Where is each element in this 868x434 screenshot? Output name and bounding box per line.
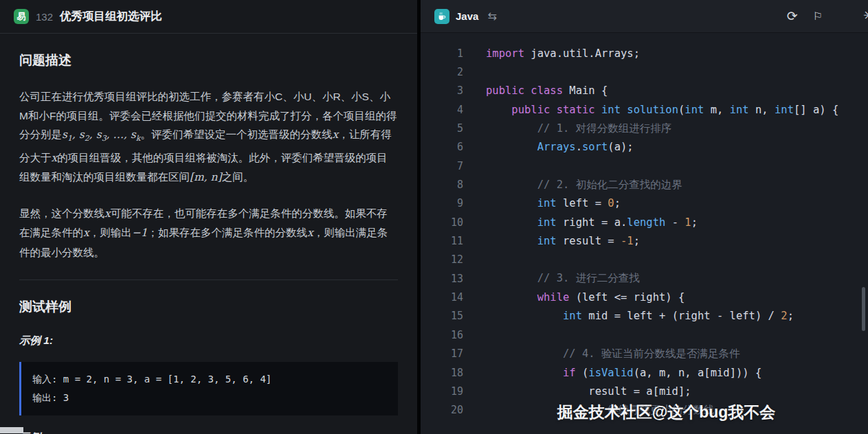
language-label: Java: [456, 10, 478, 22]
code-line: 6 Arrays.sort(a);: [421, 138, 868, 157]
example1-input-line: 输入: m = 2, n = 3, a = [1, 2, 3, 5, 6, 4]: [32, 370, 387, 389]
watermark: 掘金技术社区@这个bug我不会: [557, 402, 776, 423]
language-selector[interactable]: Java: [434, 9, 478, 24]
flag-icon[interactable]: ⚐: [813, 10, 823, 23]
code-line: 4 public static int solution(int m, int …: [421, 100, 868, 119]
line-number: 17: [421, 347, 463, 360]
app-root: 易 132 优秀项目组初选评比 问题描述 公司正在进行优秀项目组评比的初选工作，…: [0, 0, 868, 434]
problem-title: 优秀项目组初选评比: [60, 9, 162, 24]
line-number: 14: [421, 291, 463, 304]
code-line: 8 // 2. 初始化二分查找的边界: [421, 175, 868, 194]
code-line: 7: [421, 157, 868, 175]
problem-paragraph-1: 公司正在进行优秀项目组评比的初选工作，参赛者有小C、小U、小R、小S、小M和小F…: [19, 87, 398, 187]
line-number: 9: [421, 197, 463, 209]
partial-edge-icon[interactable]: ✳: [863, 8, 868, 23]
code-line: 12: [421, 251, 868, 269]
code-line: 18 if (isValid(a, m, n, a[mid])) {: [421, 363, 868, 382]
line-number: 19: [421, 385, 463, 398]
section-divider: [19, 279, 398, 280]
editor-panel: Java ⇆ ⟳ ⚐ ✳ 1import java.util.Arrays;23…: [421, 0, 868, 434]
reset-code-icon[interactable]: ⟳: [787, 8, 798, 24]
line-number: 18: [421, 367, 463, 379]
line-number: 6: [421, 141, 463, 153]
line-number: 11: [421, 235, 463, 247]
example1-code-block: 输入: m = 2, n = 3, a = [1, 2, 3, 5, 6, 4]…: [19, 362, 398, 415]
code-line: 3public class Main {: [421, 82, 868, 100]
code-line: 9 int left = 0;: [421, 194, 868, 213]
code-line: 15 int mid = left + (right - left) / 2;: [421, 307, 868, 326]
code-line: 14 while (left <= right) {: [421, 288, 868, 306]
example2-label: 示例 2:: [19, 431, 398, 434]
line-number: 5: [421, 122, 463, 135]
line-number: 20: [421, 404, 463, 416]
java-icon: [434, 9, 449, 24]
example1-label: 示例 1:: [19, 334, 398, 348]
horizontal-scrollbar-thumb[interactable]: [0, 427, 23, 433]
problem-paragraph-2: 显然，这个分数线x可能不存在，也可能存在多个满足条件的分数线。如果不存在满足条件…: [19, 204, 398, 262]
code-line: 11 int result = -1;: [421, 231, 868, 250]
code-line: 19 result = a[mid];: [421, 382, 868, 400]
difficulty-badge: 易: [14, 9, 29, 24]
code-editor[interactable]: 1import java.util.Arrays;23public class …: [421, 33, 868, 434]
problem-id: 132: [36, 11, 53, 23]
code-line: 16: [421, 326, 868, 344]
problem-header: 易 132 优秀项目组初选评比: [0, 0, 417, 34]
problem-panel: 易 132 优秀项目组初选评比 问题描述 公司正在进行优秀项目组评比的初选工作，…: [0, 0, 417, 434]
line-number: 3: [421, 84, 463, 97]
problem-body: 问题描述 公司正在进行优秀项目组评比的初选工作，参赛者有小C、小U、小R、小S、…: [0, 34, 417, 434]
line-number: 2: [421, 66, 463, 78]
editor-header: Java ⇆ ⟳ ⚐ ✳: [421, 0, 868, 33]
line-number: 4: [421, 104, 463, 116]
line-number: 16: [421, 329, 463, 341]
code-line: 5 // 1. 对得分数组进行排序: [421, 119, 868, 137]
code-line: 1import java.util.Arrays;: [421, 44, 868, 62]
code-line: 13 // 3. 进行二分查找: [421, 269, 868, 288]
section-problem-description: 问题描述: [19, 52, 398, 69]
line-number: 15: [421, 310, 463, 322]
line-number: 10: [421, 216, 463, 229]
line-number: 12: [421, 253, 463, 266]
line-number: 1: [421, 47, 463, 60]
code-line: 10 int right = a.length - 1;: [421, 213, 868, 231]
editor-vertical-scrollbar[interactable]: [862, 287, 865, 331]
section-test-examples: 测试样例: [19, 298, 398, 316]
example1-output-line: 输出: 3: [32, 389, 387, 407]
line-number: 7: [421, 160, 463, 172]
swap-language-icon[interactable]: ⇆: [487, 10, 496, 23]
line-number: 13: [421, 273, 463, 285]
line-number: 8: [421, 179, 463, 191]
code-line: 17 // 4. 验证当前分数线是否满足条件: [421, 345, 868, 363]
code-line: 2: [421, 62, 868, 81]
